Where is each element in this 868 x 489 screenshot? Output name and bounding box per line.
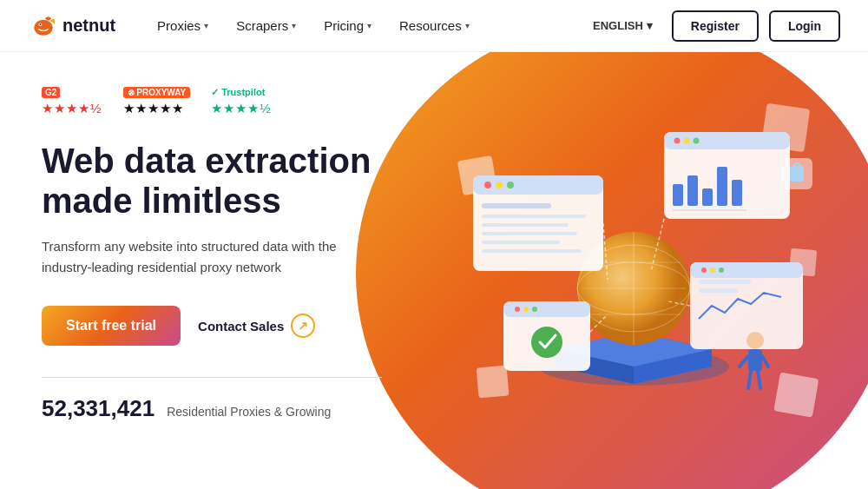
nav-links: Proxies ▾ Scrapers ▾ Pricing ▾ Resources… — [147, 11, 584, 40]
svg-rect-23 — [482, 203, 551, 208]
counter-label: Residential Proxies & Growing — [167, 405, 331, 419]
counter-row: 52,331,421 Residential Proxies & Growing — [42, 377, 382, 422]
svg-point-42 — [515, 307, 520, 312]
svg-point-53 — [746, 332, 764, 349]
navbar: netnut Proxies ▾ Scrapers ▾ Pricing ▾ Re… — [0, 0, 868, 52]
svg-rect-7 — [477, 365, 510, 398]
hero-illustration — [434, 89, 851, 453]
nav-pricing[interactable]: Pricing ▾ — [313, 11, 382, 40]
svg-rect-26 — [482, 232, 577, 235]
arrow-icon: ↗ — [291, 314, 315, 338]
svg-line-57 — [748, 371, 751, 388]
svg-rect-8 — [773, 372, 819, 417]
svg-point-21 — [496, 182, 503, 188]
login-button[interactable]: Login — [769, 10, 840, 42]
hero-left: G2 ★★★★½ ⊗ PROXYWAY ★★★★★ ✓ Trustpilot ★… — [0, 52, 417, 489]
svg-rect-28 — [482, 249, 582, 253]
proxyway-stars: ★★★★★ — [123, 101, 184, 116]
g2-stars: ★★★★½ — [42, 101, 102, 116]
hero-subtext: Transform any website into structured da… — [42, 236, 337, 278]
trustpilot-rating: ✓ Trustpilot ★★★★½ — [211, 87, 272, 116]
svg-point-49 — [710, 268, 715, 273]
svg-point-45 — [531, 327, 562, 358]
proxyway-badge: ⊗ PROXYWAY — [123, 87, 191, 98]
svg-point-0 — [34, 19, 53, 35]
svg-point-20 — [484, 182, 491, 188]
svg-point-48 — [701, 268, 707, 273]
hero-section: G2 ★★★★½ ⊗ PROXYWAY ★★★★★ ✓ Trustpilot ★… — [0, 52, 868, 489]
svg-line-56 — [762, 356, 768, 367]
svg-rect-34 — [673, 184, 683, 206]
language-selector[interactable]: ENGLISH ▾ — [584, 14, 661, 37]
svg-point-31 — [674, 137, 681, 143]
svg-point-2 — [40, 23, 42, 25]
svg-point-32 — [684, 137, 690, 143]
svg-rect-30 — [664, 132, 790, 149]
chevron-icon: ▾ — [292, 21, 296, 30]
svg-point-43 — [523, 307, 529, 312]
cta-row: Start free trial Contact Sales ↗ — [42, 306, 382, 346]
svg-point-33 — [694, 137, 700, 143]
trustpilot-stars: ★★★★½ — [211, 101, 272, 116]
svg-rect-19 — [473, 175, 603, 195]
svg-rect-51 — [699, 280, 751, 284]
proxyway-rating: ⊗ PROXYWAY ★★★★★ — [123, 87, 191, 116]
svg-rect-38 — [732, 180, 742, 206]
logo-text: netnut — [62, 16, 115, 36]
logo-icon — [28, 10, 59, 42]
svg-rect-27 — [482, 241, 560, 244]
svg-line-58 — [758, 371, 760, 388]
contact-sales-link[interactable]: Contact Sales ↗ — [198, 314, 315, 338]
chevron-icon: ▾ — [204, 21, 208, 30]
trustpilot-badge: ✓ Trustpilot — [211, 87, 265, 98]
svg-rect-37 — [717, 167, 727, 206]
g2-rating: G2 ★★★★½ — [42, 87, 102, 116]
svg-rect-35 — [687, 175, 698, 206]
svg-point-44 — [532, 307, 537, 312]
svg-line-55 — [740, 356, 748, 367]
svg-rect-47 — [690, 262, 803, 278]
logo[interactable]: netnut — [28, 10, 115, 42]
nav-right: ENGLISH ▾ Register Login — [584, 10, 840, 42]
svg-rect-54 — [748, 349, 762, 371]
svg-rect-6 — [790, 166, 804, 182]
start-trial-button[interactable]: Start free trial — [42, 306, 181, 346]
nav-resources[interactable]: Resources ▾ — [389, 11, 480, 40]
counter-number: 52,331,421 — [42, 395, 155, 422]
chevron-icon: ▾ — [367, 21, 372, 30]
svg-rect-36 — [702, 188, 713, 206]
nav-scrapers[interactable]: Scrapers ▾ — [226, 11, 306, 40]
chevron-icon: ▾ — [465, 21, 470, 30]
ratings-row: G2 ★★★★½ ⊗ PROXYWAY ★★★★★ ✓ Trustpilot ★… — [42, 87, 382, 116]
hero-right — [417, 52, 868, 489]
svg-rect-52 — [699, 288, 738, 293]
hero-headline: Web data extraction made limitless — [42, 141, 382, 221]
svg-rect-24 — [482, 215, 586, 218]
svg-rect-25 — [482, 223, 569, 227]
nav-proxies[interactable]: Proxies ▾ — [147, 11, 219, 40]
svg-point-22 — [507, 182, 514, 188]
svg-point-50 — [719, 268, 724, 273]
chevron-down-icon: ▾ — [647, 19, 653, 32]
register-button[interactable]: Register — [672, 10, 759, 42]
g2-badge: G2 — [42, 87, 60, 98]
